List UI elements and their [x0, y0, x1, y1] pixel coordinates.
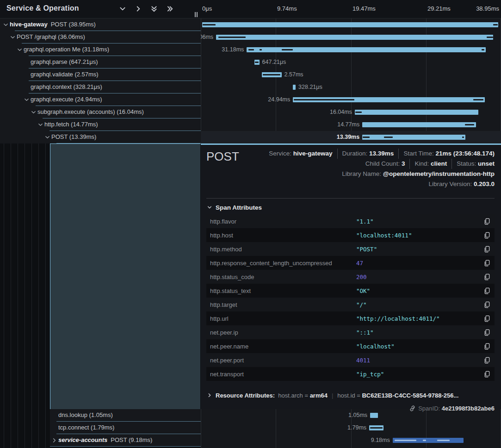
attribute-row: http.flavor"1.1": [206, 214, 495, 228]
tree-row[interactable]: dns.lookup (1.05ms): [50, 409, 201, 422]
ruler-tick-label: 38.95ms: [476, 5, 499, 12]
collapse-one-icon[interactable]: [135, 6, 142, 12]
expand-one-icon[interactable]: [119, 6, 126, 12]
ruler-tick-label: 9.74ms: [277, 5, 297, 12]
row-accent-border: [56, 143, 201, 143]
tree-row[interactable]: graphql.validate (2.57ms): [0, 68, 201, 81]
chevron-down-icon[interactable]: [3, 22, 8, 27]
service-name: hive-gateway: [10, 21, 48, 28]
span-bar[interactable]: [202, 22, 498, 27]
deep-link-icon[interactable]: [409, 405, 415, 413]
span-detail-panel: POST Service: hive-gatewayDuration: 13.3…: [201, 143, 501, 409]
resource-attributes-label: Resource Attributes:: [216, 392, 275, 399]
span-bar[interactable]: [262, 72, 282, 77]
span-bar[interactable]: [393, 438, 464, 443]
column-resizer[interactable]: [194, 12, 199, 18]
span-attributes-toggle[interactable]: Span Attributes: [207, 204, 262, 211]
chevron-down-icon[interactable]: [24, 97, 29, 102]
copy-icon[interactable]: [482, 357, 493, 364]
tree-row[interactable]: service-accountsPOST (9.18ms): [50, 434, 201, 447]
waterfall-row[interactable]: 2.57ms: [201, 68, 501, 81]
span-bar[interactable]: [369, 425, 383, 430]
waterfall-row[interactable]: 24.94ms: [201, 93, 501, 106]
copy-icon[interactable]: [482, 260, 493, 267]
span-bar[interactable]: [355, 110, 478, 115]
chevron-down-icon[interactable]: [17, 47, 22, 52]
chevron-down-icon[interactable]: [31, 110, 36, 115]
copy-icon[interactable]: [482, 343, 493, 350]
tree-row[interactable]: tcp.connect (1.79ms): [50, 422, 201, 434]
span-bar[interactable]: [216, 35, 493, 40]
timeline-panel: 0μs9.74ms19.47ms29.21ms38.95ms 38.95ms36…: [201, 0, 501, 448]
resource-attributes-toggle[interactable]: Resource Attributes: host.arch = arm64|h…: [207, 392, 495, 399]
span-bar[interactable]: [293, 85, 296, 90]
span-name-label: http.fetch (14.77ms): [44, 121, 98, 128]
waterfall-row[interactable]: 36.06ms: [201, 31, 501, 44]
child-span-marker: [482, 49, 484, 50]
attribute-row: net.peer.port4011: [206, 353, 495, 367]
selected-span-region: [50, 143, 200, 409]
tree-row[interactable]: graphql.execute (24.94ms): [0, 93, 201, 106]
span-bar[interactable]: [362, 135, 465, 140]
child-span-marker: [218, 37, 246, 38]
waterfall-row[interactable]: 328.21μs: [201, 81, 501, 93]
copy-icon[interactable]: [482, 315, 493, 322]
span-name-label: POST /graphql (36.06ms): [17, 33, 85, 40]
waterfall-row[interactable]: 38.95ms: [201, 19, 501, 31]
span-name-label: graphql.execute (24.94ms): [31, 96, 102, 103]
span-bar[interactable]: [254, 60, 259, 65]
expand-all-icon[interactable]: [151, 6, 157, 12]
waterfall-row[interactable]: 31.18ms: [201, 44, 501, 56]
attribute-key: net.peer.port: [210, 357, 356, 364]
chevron-right-icon[interactable]: [52, 438, 57, 443]
waterfall-row[interactable]: 16.04ms: [201, 106, 501, 118]
chevron-down-icon[interactable]: [10, 35, 15, 40]
tree-row[interactable]: graphql.context (328.21μs): [0, 81, 201, 93]
copy-icon[interactable]: [482, 329, 493, 336]
tree-row[interactable]: POST /graphql (36.06ms): [0, 31, 201, 44]
tree-row[interactable]: subgraph.execute (accounts) (16.04ms): [0, 106, 201, 118]
copy-icon[interactable]: [482, 301, 493, 308]
span-bar[interactable]: [247, 47, 486, 52]
copy-icon[interactable]: [482, 274, 493, 280]
attribute-value: "localhost": [356, 343, 482, 350]
waterfall-row[interactable]: 13.39ms: [201, 131, 501, 143]
copy-icon[interactable]: [482, 287, 493, 294]
attribute-value: 200: [356, 274, 482, 280]
span-id-value: 4e21998f3b82abe6: [442, 405, 495, 412]
collapse-all-icon[interactable]: [167, 6, 173, 12]
chevron-down-icon: [207, 205, 212, 210]
copy-icon[interactable]: [482, 246, 493, 253]
attribute-row: net.peer.ip"::1": [206, 325, 495, 339]
copy-icon[interactable]: [482, 218, 493, 225]
ruler-tick-label: 19.47ms: [353, 5, 376, 12]
span-bar[interactable]: [370, 413, 378, 418]
waterfall-row[interactable]: 9.18ms: [201, 434, 501, 447]
span-name-label: service-accountsPOST (9.18ms): [58, 436, 152, 443]
overview-item: Start Time: 21ms (23:56:48.174): [398, 149, 495, 159]
attribute-key: http.status_text: [210, 287, 356, 294]
tree-row[interactable]: hive-gatewayPOST (38.95ms): [0, 19, 201, 31]
tree-row[interactable]: graphql.operation Me (31.18ms): [0, 44, 201, 56]
chevron-down-icon[interactable]: [45, 135, 50, 140]
child-span-marker: [462, 137, 464, 138]
copy-icon[interactable]: [482, 232, 493, 239]
copy-icon[interactable]: [482, 371, 493, 378]
overview-line: Child Count: 3Kind: clientStatus: unset: [261, 159, 495, 169]
duration-label: 16.04ms: [330, 109, 352, 115]
tree-row[interactable]: http.fetch (14.77ms): [0, 118, 201, 131]
attribute-key: net.peer.name: [210, 343, 356, 350]
waterfall-row[interactable]: 1.79ms: [201, 422, 501, 434]
span-bar[interactable]: [293, 97, 485, 102]
waterfall-row[interactable]: 14.77ms: [201, 118, 501, 131]
tree-row[interactable]: POST (13.39ms): [0, 131, 201, 143]
child-span-marker: [493, 24, 498, 25]
attribute-row: http.url"http://localhost:4011/": [206, 311, 495, 325]
attribute-key: http.status_code: [210, 274, 356, 280]
waterfall-row[interactable]: 647.21μs: [201, 56, 501, 68]
tree-row[interactable]: graphql.parse (647.21μs): [0, 56, 201, 68]
chevron-right-icon: [207, 392, 212, 397]
span-bar[interactable]: [362, 122, 476, 127]
chevron-down-icon[interactable]: [38, 122, 43, 127]
overview-item: Kind: client: [409, 159, 452, 169]
